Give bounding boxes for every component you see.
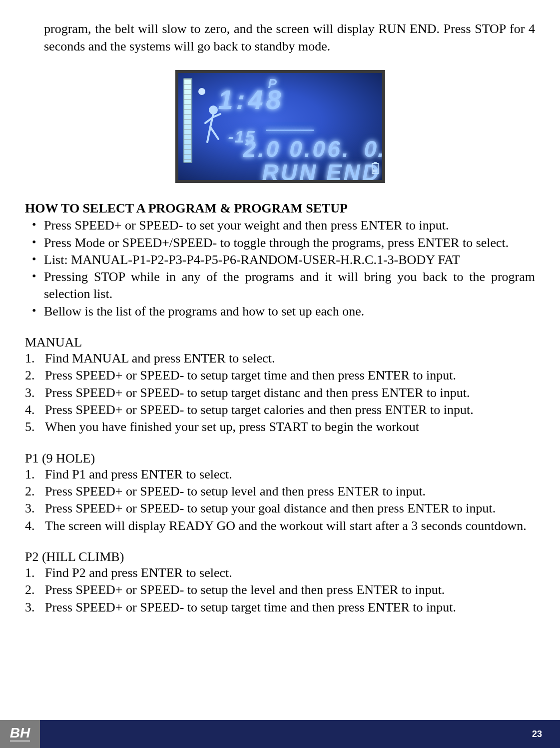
svg-rect-2 [374,162,377,164]
section-heading: HOW TO SELECT A PROGRAM & PROGRAM SETUP [25,201,535,216]
list-item: Press SPEED+ or SPEED- to setup the leve… [25,582,535,598]
p1-steps: Find P1 and press ENTER to select. Press… [25,466,535,534]
p1-heading: P1 (9 HOLE) [25,451,535,466]
list-item: When you have finished your set up, pres… [25,418,535,436]
bullet-list: Press SPEED+ or SPEED- to set your weigh… [25,217,535,320]
lcd-row-right: 0. [364,136,385,162]
level-bar-icon [183,78,192,163]
list-item: Press Mode or SPEED+/SPEED- to toggle th… [25,234,535,252]
list-item: Find P1 and press ENTER to select. [25,466,535,483]
p2-steps: Find P2 and press ENTER to select. Press… [25,564,535,616]
list-item: Press SPEED+ or SPEED- to setup target t… [25,367,535,384]
lcd-row-left: 2.0 0.06. [243,136,351,162]
list-item: Bellow is the list of the programs and h… [25,303,535,320]
svg-rect-3 [373,170,377,172]
list-item: Press SPEED+ or SPEED- to setup target d… [25,384,535,402]
lcd-time: 1:48 [218,84,284,115]
display-photo-wrap: P 1:48 -15 ------------------ 2.0 0.06. … [25,70,535,183]
list-item: Press SPEED+ or SPEED- to setup target c… [25,402,535,418]
bh-logo: BH [10,726,30,741]
p2-heading: P2 (HILL CLIMB) [25,550,535,564]
intro-paragraph: program, the belt will slow to zero, and… [44,20,535,55]
treadmill-display-photo: P 1:48 -15 ------------------ 2.0 0.06. … [175,70,385,183]
list-item: Press SPEED+ or SPEED- to setup your goa… [25,500,535,517]
list-item: Find P2 and press ENTER to select. [25,564,535,582]
list-item: Press SPEED+ or SPEED- to setup target t… [25,599,535,616]
indicator-dot-icon [198,88,205,95]
svg-point-0 [210,106,217,114]
list-item: Find MANUAL and press ENTER to select. [25,350,535,367]
lcd-dashes: ------------------ [266,123,314,136]
list-item: List: MANUAL-P1-P2-P3-P4-P5-P6-RANDOM-US… [25,252,535,268]
footer-logo-block: BH [0,720,40,748]
manual-page: program, the belt will slow to zero, and… [0,0,560,748]
battery-icon [371,162,379,177]
list-item: Press SPEED+ or SPEED- to setup level an… [25,483,535,500]
list-item: The screen will display READY GO and the… [25,518,535,534]
list-item: Press SPEED+ or SPEED- to set your weigh… [25,217,535,234]
manual-steps: Find MANUAL and press ENTER to select. P… [25,350,535,436]
page-number: 23 [532,729,542,740]
lcd-run-end: RUN END [262,159,381,183]
manual-heading: MANUAL [25,335,535,350]
footer-bar: 23 [40,720,560,748]
list-item: Pressing STOP while in any of the progra… [25,268,535,303]
page-footer: BH 23 [0,720,560,748]
